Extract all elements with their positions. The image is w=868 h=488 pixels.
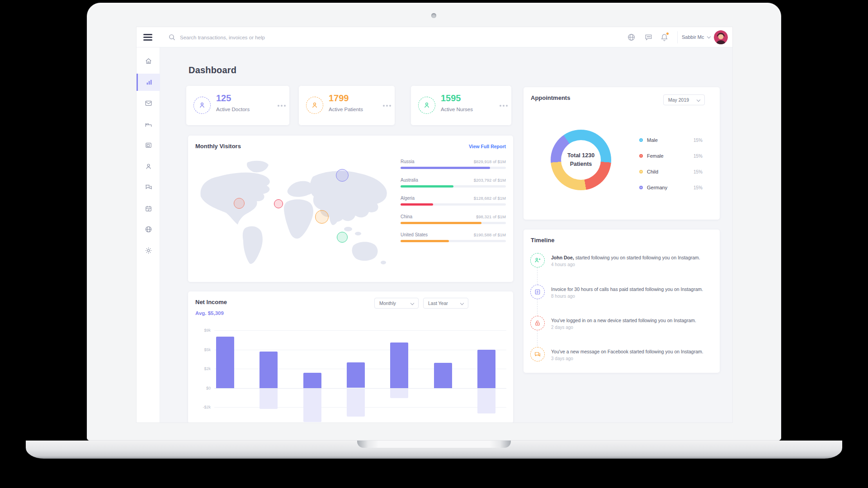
stat-value: 125 <box>216 93 231 103</box>
more-options-icon[interactable] <box>500 105 501 107</box>
timeline-card: Timeline John Doe, started following you… <box>524 230 720 373</box>
stat-label: Active Doctors <box>216 107 250 112</box>
view-full-report-link[interactable]: View Full Report <box>469 144 506 149</box>
map-marker-australia[interactable] <box>337 232 348 243</box>
range-select[interactable]: Last Year <box>423 298 468 309</box>
country-row-russia: Russia $829,918 of $1M <box>401 159 506 174</box>
laptop-notch <box>357 441 511 448</box>
net-income-bar <box>303 373 321 388</box>
chevron-down-icon <box>697 98 700 102</box>
card-title: Monthly Visitors <box>195 143 241 150</box>
net-income-card: Net Income Avg. $5,309 Monthly Last Year… <box>188 291 513 423</box>
user-name[interactable]: Sabbir Mc <box>682 34 704 40</box>
sidebar-item-devices[interactable] <box>137 136 160 154</box>
divider <box>677 31 678 43</box>
legend-item-child: Child 15% <box>639 169 703 175</box>
island <box>344 227 352 231</box>
sidebar-item-schedule[interactable] <box>137 200 160 217</box>
timeline-item: John Doe, started following you on start… <box>524 251 720 280</box>
country-amount: $829,918 of $1M <box>474 159 506 164</box>
more-options-icon[interactable] <box>278 105 279 107</box>
chat-icon[interactable] <box>644 33 653 42</box>
average-value: Avg. $5,309 <box>195 310 224 316</box>
island-nz <box>381 261 386 264</box>
sidebar-item-hospital-beds[interactable] <box>137 116 160 133</box>
notification-dot <box>666 32 669 35</box>
topbar: Sabbir Mc <box>137 27 733 47</box>
legend-ring-icon <box>639 138 643 142</box>
home-icon <box>145 57 152 65</box>
calendar-icon <box>145 205 152 212</box>
timeline-item: You've logged in on a new device started… <box>524 314 720 343</box>
net-income-bar <box>347 362 365 388</box>
timeline-time: 8 hours ago <box>551 294 575 299</box>
region-india <box>329 210 339 225</box>
progress-track <box>401 240 506 242</box>
net-income-bar-reflection <box>259 389 278 409</box>
country-name: United States <box>401 232 428 237</box>
timeline-text: Invoice for 30 hours of calls has paid s… <box>551 286 712 292</box>
timeline-text: You've logged in on a new device started… <box>551 318 712 324</box>
month-select-value: May 2019 <box>668 97 689 103</box>
sidebar-item-chat[interactable] <box>137 178 160 196</box>
sidebar-item-settings[interactable] <box>137 242 160 259</box>
island <box>355 232 361 235</box>
continent-europe <box>288 181 313 197</box>
sidebar-item-international[interactable] <box>137 221 160 238</box>
legend-ring-icon <box>639 170 643 174</box>
progress-fill <box>401 222 481 224</box>
user-plus-icon <box>530 253 545 267</box>
sidebar-item-messages[interactable] <box>137 94 160 112</box>
map-marker-china[interactable] <box>315 210 329 224</box>
progress-fill <box>401 185 453 188</box>
interval-select[interactable]: Monthly <box>374 298 419 309</box>
y-axis-tick: $9k <box>194 328 211 333</box>
progress-track <box>401 203 506 206</box>
timeline-item: Invoice for 30 hours of calls has paid s… <box>524 283 720 312</box>
doctor-icon <box>193 97 211 114</box>
range-select-value: Last Year <box>428 300 448 306</box>
lock-icon <box>530 316 545 330</box>
mail-icon <box>145 99 152 107</box>
net-income-bar <box>390 343 408 388</box>
globe-icon[interactable] <box>627 33 636 42</box>
country-row-china: China $98,321 of $1M <box>401 214 506 230</box>
donut-center-label: Total 1230 Patients <box>561 140 601 180</box>
menu-toggle-icon[interactable] <box>143 34 152 41</box>
search-icon <box>168 33 176 41</box>
sidebar-item-patients[interactable] <box>137 158 160 175</box>
appointments-donut-chart: Total 1230 Patients <box>551 130 611 190</box>
timeline-item: You've a new message on Facebook started… <box>524 345 720 374</box>
chevron-down-icon <box>410 301 414 305</box>
gridline <box>214 350 506 350</box>
laptop-screen: Sabbir Mc <box>87 3 781 441</box>
bed-icon <box>145 121 152 128</box>
month-select[interactable]: May 2019 <box>663 94 705 105</box>
search-bar <box>168 27 325 47</box>
stat-label: Active Nurses <box>441 107 473 112</box>
stat-card-active-patients: 1799 Active Patients <box>299 86 395 125</box>
avatar[interactable] <box>714 30 728 44</box>
search-input[interactable] <box>180 35 325 40</box>
webcam-dot <box>431 13 436 18</box>
more-options-icon[interactable] <box>383 105 385 107</box>
progress-fill <box>401 203 433 206</box>
net-income-bar-reflection <box>303 389 321 422</box>
map-marker-russia[interactable] <box>336 169 349 182</box>
country-name: Russia <box>401 159 415 164</box>
country-row-united-states: United States $190,588 of $1M <box>401 232 506 248</box>
y-axis-tick: $5k <box>194 347 211 352</box>
country-amount: $190,588 of $1M <box>474 232 506 237</box>
chevron-down-icon[interactable] <box>707 35 711 38</box>
legend-ring-icon <box>639 186 643 189</box>
interval-select-value: Monthly <box>379 300 396 306</box>
sidebar-item-home[interactable] <box>137 52 160 70</box>
sidebar-item-statistics[interactable] <box>137 74 160 91</box>
country-amount: $98,321 of $1M <box>476 214 506 219</box>
map-marker-united-states[interactable] <box>234 198 245 209</box>
map-marker-algeria[interactable] <box>274 199 283 208</box>
bar-chart-icon <box>146 79 153 86</box>
stat-card-active-doctors: 125 Active Doctors <box>186 86 289 125</box>
timeline-time: 2 days ago <box>551 325 573 330</box>
country-name: Australia <box>401 178 418 183</box>
